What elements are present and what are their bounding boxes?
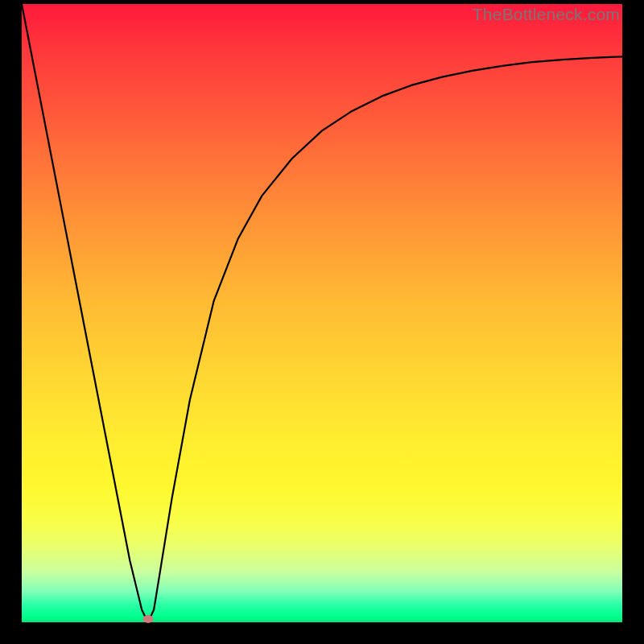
- chart-frame: [22, 4, 622, 622]
- bottleneck-curve: [22, 4, 622, 622]
- watermark-text: TheBottleneck.com: [473, 5, 620, 24]
- curve-svg: [22, 4, 622, 622]
- optimum-marker: [142, 615, 153, 623]
